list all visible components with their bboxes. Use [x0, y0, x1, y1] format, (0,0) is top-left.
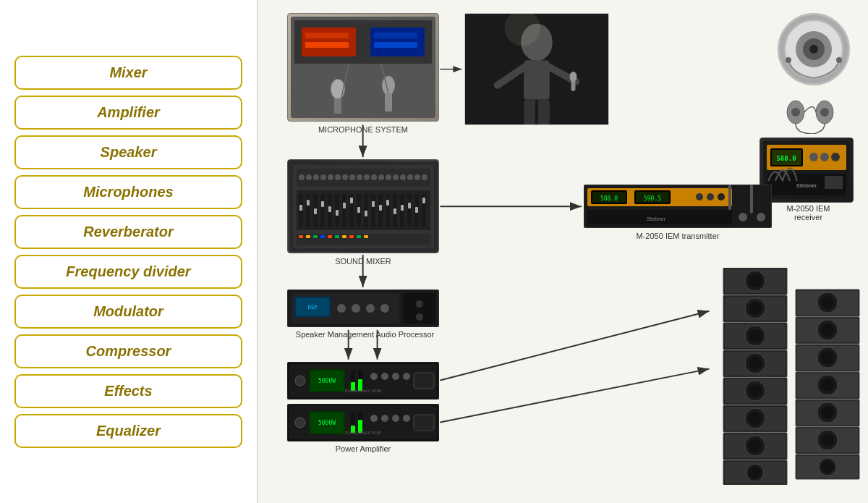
- svg-point-40: [809, 153, 818, 161]
- svg-rect-5: [305, 42, 349, 48]
- sidebar-item-amplifier[interactable]: Amplifier: [14, 96, 242, 130]
- svg-text:5000W: 5000W: [318, 420, 336, 426]
- audio-processor-unit: DSP: [287, 289, 439, 327]
- svg-rect-69: [365, 211, 367, 216]
- sidebar-item-microphones[interactable]: Microphones: [14, 175, 242, 209]
- performer-image: [464, 13, 609, 125]
- svg-rect-92: [335, 235, 339, 238]
- svg-point-126: [707, 193, 714, 200]
- svg-point-231: [821, 434, 834, 447]
- sound-mixer-image: [287, 159, 439, 253]
- svg-line-242: [440, 311, 709, 381]
- svg-rect-63: [343, 203, 346, 208]
- svg-rect-94: [349, 235, 354, 238]
- svg-point-170: [370, 415, 378, 422]
- audio-processor-label: Speaker Management Audio Processor: [280, 330, 450, 339]
- svg-rect-85: [422, 198, 425, 203]
- svg-point-155: [381, 373, 388, 380]
- svg-point-127: [718, 193, 725, 200]
- svg-point-42: [831, 153, 840, 161]
- svg-rect-52: [306, 194, 310, 227]
- sidebar: Mixer Amplifier Speaker Microphones Reve…: [0, 0, 257, 503]
- svg-rect-12: [385, 93, 392, 111]
- svg-rect-93: [342, 235, 346, 238]
- svg-rect-91: [328, 235, 332, 238]
- svg-point-103: [342, 174, 348, 180]
- svg-rect-62: [342, 194, 346, 227]
- svg-rect-67: [357, 207, 360, 213]
- svg-point-199: [749, 412, 762, 425]
- svg-point-172: [392, 415, 399, 422]
- svg-point-34: [820, 108, 829, 117]
- sidebar-item-modulator[interactable]: Modulator: [14, 295, 242, 329]
- svg-rect-24: [538, 100, 550, 125]
- sidebar-item-speaker[interactable]: Speaker: [14, 135, 242, 169]
- svg-point-143: [416, 313, 423, 321]
- svg-point-162: [295, 418, 305, 428]
- mic-system-image: [287, 13, 439, 122]
- svg-rect-73: [379, 205, 382, 211]
- svg-point-108: [378, 174, 384, 180]
- svg-rect-75: [386, 200, 389, 206]
- sidebar-item-mixer[interactable]: Mixer: [14, 56, 242, 90]
- svg-rect-57: [321, 201, 324, 207]
- svg-rect-88: [306, 235, 310, 238]
- svg-point-100: [320, 174, 326, 180]
- svg-point-105: [357, 174, 362, 180]
- svg-point-110: [393, 174, 399, 180]
- svg-point-130: [739, 213, 747, 221]
- svg-point-104: [349, 174, 355, 180]
- diagram-area: MICROPHONE SYSTEM: [257, 0, 868, 503]
- svg-point-21: [570, 72, 577, 82]
- svg-point-195: [749, 384, 762, 397]
- svg-point-114: [422, 174, 427, 180]
- svg-rect-90: [320, 235, 325, 238]
- svg-point-33: [791, 108, 800, 117]
- iem-receiver-label: M-2050 IEM receiver: [760, 204, 857, 221]
- svg-rect-81: [408, 203, 411, 208]
- svg-rect-61: [336, 210, 339, 216]
- svg-text:DSP: DSP: [308, 305, 318, 310]
- signal-flow-diagram: MICROPHONE SYSTEM: [258, 0, 868, 503]
- svg-point-140: [380, 304, 389, 313]
- sidebar-item-compressor[interactable]: Compressor: [14, 334, 242, 368]
- svg-rect-79: [401, 205, 404, 211]
- svg-rect-68: [364, 194, 368, 227]
- svg-rect-74: [386, 194, 390, 227]
- power-amp-label: Power Amplifier: [287, 444, 439, 453]
- svg-point-137: [337, 304, 346, 313]
- svg-point-183: [749, 302, 762, 315]
- svg-point-28: [809, 45, 818, 54]
- svg-point-107: [371, 174, 377, 180]
- power-amp-2-unit: 5000W POWERMAX 5000: [287, 404, 439, 441]
- sidebar-item-frequency-divider[interactable]: Frequency divider: [14, 255, 242, 289]
- svg-rect-56: [320, 194, 325, 227]
- svg-text:POWERMAX 5000: POWERMAX 5000: [345, 431, 382, 435]
- svg-point-179: [749, 274, 762, 287]
- svg-rect-96: [364, 235, 368, 238]
- svg-point-235: [822, 461, 833, 473]
- sidebar-item-equalizer[interactable]: Equalizer: [14, 414, 242, 448]
- svg-point-223: [821, 379, 834, 392]
- mic-system-label: MICROPHONE SYSTEM: [287, 125, 439, 134]
- svg-point-171: [381, 415, 388, 422]
- svg-text:POWERMAX 5000: POWERMAX 5000: [345, 389, 382, 393]
- svg-point-207: [749, 467, 761, 478]
- svg-point-109: [386, 174, 391, 180]
- svg-point-101: [328, 174, 333, 180]
- svg-point-211: [821, 296, 834, 309]
- svg-point-154: [370, 373, 378, 380]
- svg-rect-71: [372, 201, 375, 207]
- svg-point-125: [696, 193, 703, 200]
- svg-rect-23: [524, 100, 535, 125]
- svg-point-29: [836, 57, 842, 63]
- svg-rect-80: [407, 194, 412, 227]
- svg-rect-83: [415, 207, 418, 213]
- svg-rect-87: [299, 235, 303, 238]
- svg-point-98: [306, 174, 312, 180]
- svg-point-112: [407, 174, 413, 180]
- svg-point-219: [821, 351, 834, 364]
- sidebar-item-effects[interactable]: Effects: [14, 374, 242, 408]
- sidebar-item-reverberator[interactable]: Reverberator: [14, 215, 242, 249]
- sound-mixer-label: SOUND MIXER: [287, 257, 439, 266]
